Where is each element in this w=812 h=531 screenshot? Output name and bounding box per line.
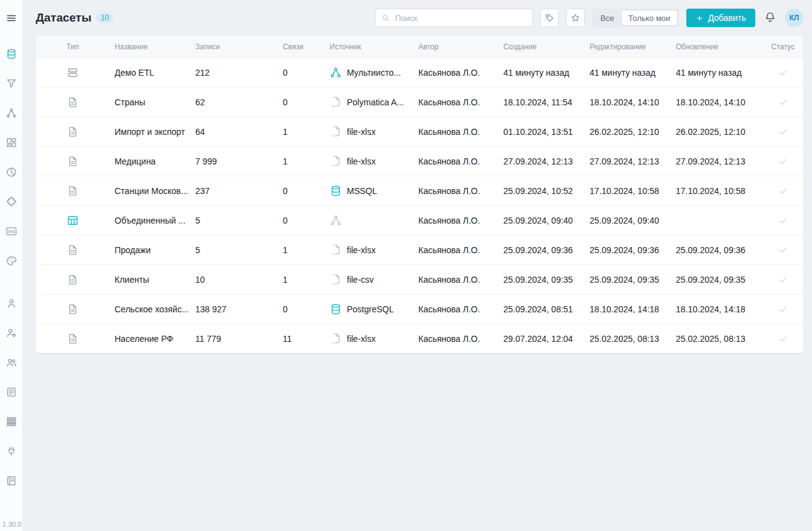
sidebar-item-etl[interactable]	[0, 98, 23, 128]
file-api-source-icon	[330, 96, 342, 108]
table-row[interactable]: Импорт и экспорт 64 1 file-xlsx Касьянов…	[36, 116, 803, 146]
dataset-source-cell: PostgreSQL	[330, 294, 418, 323]
etl-type-icon	[67, 67, 79, 79]
dataset-type-cell	[36, 176, 110, 205]
add-dataset-button[interactable]: Добавить	[686, 9, 755, 27]
sidebar-item-journal[interactable]	[0, 466, 23, 495]
column-header: Записи	[195, 36, 283, 57]
dataset-links: 11	[283, 324, 330, 353]
search-input[interactable]	[394, 13, 527, 23]
dataset-created: 27.09.2024, 12:13	[503, 147, 590, 176]
dataset-links: 0	[283, 294, 330, 323]
sidebar-item-charts[interactable]	[0, 157, 23, 187]
dataset-links: 1	[283, 147, 330, 176]
favorites-button[interactable]	[566, 9, 585, 27]
table-row[interactable]: Объединенный ... 5 0 Касьянова Л.О. 25.0…	[36, 205, 803, 235]
sidebar-item-groups[interactable]	[0, 347, 23, 377]
dataset-edited: 25.02.2025, 08:13	[590, 324, 676, 353]
sidebar-item-palette[interactable]	[0, 246, 23, 275]
file-type-icon	[67, 303, 79, 315]
dataset-status-cell	[762, 265, 803, 294]
sidebar-item-dashboards[interactable]	[0, 128, 23, 157]
dataset-records: 212	[195, 58, 283, 87]
file-xlsx-source-icon	[330, 333, 342, 345]
dataset-name: Население РФ	[110, 324, 195, 353]
sidebar: 1.30.0	[0, 0, 23, 531]
sidebar-item-filters[interactable]	[0, 68, 23, 98]
sidebar-item-profile[interactable]	[0, 288, 23, 318]
dataset-status-cell	[762, 117, 803, 146]
dataset-records: 7 999	[195, 147, 283, 176]
column-header: Название	[110, 36, 195, 57]
notifications-button[interactable]	[763, 10, 777, 25]
dataset-name: Объединенный ...	[110, 206, 195, 235]
dataset-records: 237	[195, 176, 283, 205]
dataset-created: 25.09.2024, 09:36	[503, 235, 590, 264]
dataset-created: 18.10.2024, 11:54	[503, 87, 590, 116]
database-source-icon	[330, 185, 342, 197]
dataset-status-cell	[762, 176, 803, 205]
dataset-source-label: file-xlsx	[347, 156, 376, 166]
dataset-created: 25.09.2024, 09:40	[503, 206, 590, 235]
dataset-type-cell	[36, 235, 110, 264]
column-header: Связи	[283, 36, 330, 57]
dataset-updated: 41 минуту назад	[676, 58, 762, 87]
datasets-table: ТипНазваниеЗаписиСвязиИсточникАвторСозда…	[36, 36, 803, 353]
sidebar-item-connections[interactable]	[0, 436, 23, 466]
join-type-icon	[67, 214, 79, 227]
sidebar-item-svg[interactable]	[0, 216, 23, 246]
tags-button[interactable]	[540, 9, 559, 27]
sidebar-item-datasets[interactable]	[0, 39, 23, 68]
dataset-source-label: file-xlsx	[347, 245, 376, 255]
dataset-author: Касьянова Л.О.	[418, 235, 503, 264]
dataset-source-label: Polymatica A...	[347, 97, 404, 107]
status-check-icon	[778, 97, 788, 107]
search-icon	[381, 14, 390, 22]
dataset-links: 0	[283, 176, 330, 205]
dataset-edited: 18.10.2024, 14:18	[590, 294, 676, 323]
dataset-status-cell	[762, 87, 803, 116]
dataset-created: 25.09.2024, 10:52	[503, 176, 590, 205]
layout-icon	[6, 137, 17, 148]
dataset-type-cell	[36, 117, 110, 146]
page-title: Датасеты	[36, 11, 91, 25]
table-row[interactable]: Продажи 5 1 file-xlsx Касьянова Л.О. 25.…	[36, 235, 803, 264]
sidebar-item-plugins[interactable]	[0, 187, 23, 216]
notes-icon	[6, 475, 17, 487]
dataset-name: Сельское хозяйс...	[110, 294, 195, 323]
dataset-created: 01.10.2024, 13:51	[503, 117, 590, 146]
dataset-records: 138 927	[195, 294, 283, 323]
filter-mine-option[interactable]: Только мои	[621, 10, 678, 26]
user-avatar[interactable]: КЛ	[785, 9, 803, 27]
dataset-records: 5	[195, 206, 283, 235]
sidebar-item-administration[interactable]	[0, 318, 23, 347]
dataset-name: Клиенты	[110, 265, 195, 294]
dataset-updated: 18.10.2024, 14:10	[676, 87, 762, 116]
dataset-type-cell	[36, 147, 110, 176]
dataset-name: Станции Москов...	[110, 176, 195, 205]
menu-button[interactable]	[0, 10, 23, 25]
file-type-icon	[67, 155, 79, 168]
network-icon	[6, 107, 17, 119]
puzzle-icon	[6, 196, 17, 208]
sidebar-item-modules[interactable]	[0, 407, 23, 436]
table-row[interactable]: Станции Москов... 237 0 MSSQL Касьянова …	[36, 176, 803, 205]
dataset-updated: 25.09.2024, 09:35	[676, 265, 762, 294]
search-box	[375, 9, 533, 27]
dataset-source-cell: file-xlsx	[330, 147, 418, 176]
table-row[interactable]: Население РФ 11 779 11 file-xlsx Касьяно…	[36, 323, 803, 353]
database-icon	[6, 48, 17, 60]
table-row[interactable]: Сельское хозяйс... 138 927 0 PostgreSQL …	[36, 294, 803, 323]
table-row[interactable]: Медицина 7 999 1 file-xlsx Касьянова Л.О…	[36, 146, 803, 176]
dataset-edited: 41 минуту назад	[590, 58, 676, 87]
ownership-toggle: Все Только мои	[592, 9, 679, 27]
filter-all-option[interactable]: Все	[593, 14, 620, 23]
file-type-icon	[67, 244, 79, 256]
table-row[interactable]: Страны 62 0 Polymatica A... Касьянова Л.…	[36, 87, 803, 116]
sidebar-item-documents[interactable]	[0, 377, 23, 407]
dataset-updated: 17.10.2024, 10:58	[676, 176, 762, 205]
table-row[interactable]: Демо ETL 212 0 Мультиисто... Касьянова Л…	[36, 57, 803, 87]
dataset-source-label: file-xlsx	[347, 334, 376, 344]
dataset-updated: 26.02.2025, 12:10	[676, 117, 762, 146]
table-row[interactable]: Клиенты 10 1 file-csv Касьянова Л.О. 25.…	[36, 264, 803, 294]
